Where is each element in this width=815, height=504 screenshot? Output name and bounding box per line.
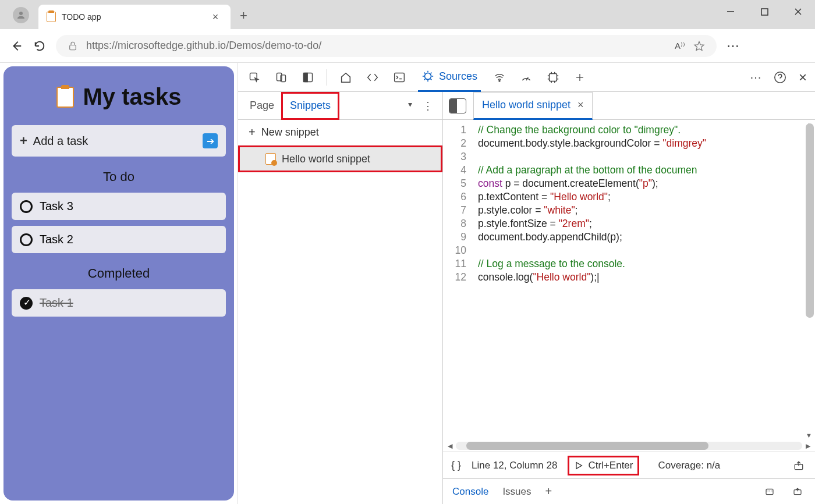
back-button[interactable] [9,40,23,52]
more-tabs-button[interactable] [572,69,588,86]
address-bar: https://microsoftedge.github.io/Demos/de… [0,29,815,63]
svg-rect-11 [395,73,405,81]
pretty-print-button[interactable]: { } [451,459,461,471]
line-gutter: 123456789101112 [443,120,472,440]
new-tab-button[interactable]: + [240,8,247,23]
drawer-issues-tab[interactable]: Issues [502,486,531,498]
plus-icon: + [249,126,256,139]
dock-icon[interactable] [300,69,316,86]
task-item[interactable]: Task 1 [12,289,226,317]
network-tab[interactable] [491,69,508,86]
close-devtools-button[interactable]: × [799,69,807,86]
url-box[interactable]: https://microsoftedge.github.io/Demos/de… [56,35,717,57]
editor-statusbar: { } Line 12, Column 28 Ctrl+Enter Covera… [443,452,815,478]
todo-app: My tasks + Add a task ➔ To do Task 3 Tas… [3,66,234,501]
profile-avatar[interactable] [13,7,29,23]
svg-point-13 [499,80,500,81]
sources-tab[interactable]: Sources [418,63,481,92]
plus-icon: + [20,133,27,148]
snippet-name: Hello world snippet [282,153,370,165]
menu-button[interactable]: ⋯ [726,38,740,54]
task-label: Task 2 [40,233,73,246]
coverage-label: Coverage: n/a [658,460,720,471]
console-tab[interactable] [391,69,408,86]
chevron-down-icon[interactable]: ▾ [408,100,412,112]
svg-rect-14 [550,73,557,81]
app-title: My tasks [83,84,182,110]
close-window-button[interactable] [781,0,815,23]
upload-icon[interactable] [791,457,807,474]
inspect-icon[interactable] [246,69,263,86]
maximize-button[interactable] [747,0,781,23]
new-snippet-button[interactable]: + New snippet [238,120,442,145]
performance-tab[interactable] [518,69,534,86]
browser-titlebar: TODO app × + [0,0,815,29]
vertical-scrollbar[interactable]: ▲▼ [806,123,814,436]
checkbox-checked-icon[interactable] [20,297,33,310]
svg-point-12 [425,73,431,80]
section-completed: Completed [12,266,226,281]
add-task-label: Add a task [33,134,88,148]
horizontal-scrollbar[interactable]: ◀▶ [443,440,815,452]
devtools: Sources ⋯ × Page Snippets ▾ ⋮ [238,63,815,504]
task-label: Task 1 [40,296,73,310]
task-label: Task 3 [40,200,73,213]
read-aloud-icon[interactable]: A⁾⁾ [675,41,685,51]
snippet-file-icon [265,153,276,165]
toggle-navigator-button[interactable] [449,98,466,113]
lock-icon [68,40,78,52]
tab-close-icon[interactable]: × [208,11,222,23]
favorite-icon[interactable] [693,40,705,52]
elements-tab[interactable] [364,69,381,86]
add-drawer-tab[interactable]: + [545,485,552,498]
clipboard-icon [47,12,56,22]
svg-rect-19 [766,489,773,494]
memory-tab[interactable] [545,69,561,86]
minimize-button[interactable] [714,0,747,23]
help-icon[interactable] [772,69,788,86]
task-item[interactable]: Task 2 [12,226,226,253]
close-tab-icon[interactable]: × [577,99,584,111]
welcome-tab[interactable] [338,69,354,86]
section-todo: To do [12,169,226,184]
page-tab[interactable]: Page [243,92,281,120]
device-icon[interactable] [273,69,289,86]
svg-rect-10 [304,73,308,81]
more-icon[interactable]: ⋮ [423,100,433,112]
devtools-toolbar: Sources ⋯ × [238,63,815,92]
svg-rect-2 [761,9,768,15]
add-task-input[interactable]: + Add a task ➔ [12,125,226,157]
sources-navigator: Page Snippets ▾ ⋮ + New snippet Hello wo… [238,92,443,504]
snippets-tab[interactable]: Snippets [281,92,339,120]
code-editor[interactable]: 123456789101112 // Change the background… [443,120,815,440]
drawer-console-tab[interactable]: Console [452,486,488,498]
clipboard-icon [56,87,74,108]
window-controls [714,0,815,23]
refresh-button[interactable] [33,40,47,52]
submit-task-button[interactable]: ➔ [203,133,218,148]
page-viewport: My tasks + Add a task ➔ To do Task 3 Tas… [0,63,238,504]
url-text: https://microsoftedge.github.io/Demos/de… [86,40,321,52]
editor-pane: Hello world snippet × 123456789101112 //… [443,92,815,504]
run-snippet-button[interactable]: Ctrl+Enter [568,456,639,475]
snippet-item[interactable]: Hello world snippet [240,147,441,171]
tab-title: TODO app [62,12,203,22]
browser-tab[interactable]: TODO app × [38,5,231,29]
editor-tab[interactable]: Hello world snippet × [473,92,593,120]
task-item[interactable]: Task 3 [12,193,226,220]
drawer-tabs: Console Issues + [443,478,815,504]
checkbox-icon[interactable] [20,200,33,213]
cursor-position: Line 12, Column 28 [472,460,557,471]
drawer-icon-1[interactable] [761,484,778,500]
checkbox-icon[interactable] [20,233,33,246]
code-content[interactable]: // Change the background color to "dimgr… [472,120,815,440]
svg-point-0 [19,12,23,15]
svg-rect-5 [70,45,76,49]
svg-rect-6 [250,73,257,80]
more-menu[interactable]: ⋯ [750,70,761,84]
drawer-icon-2[interactable] [789,484,806,500]
